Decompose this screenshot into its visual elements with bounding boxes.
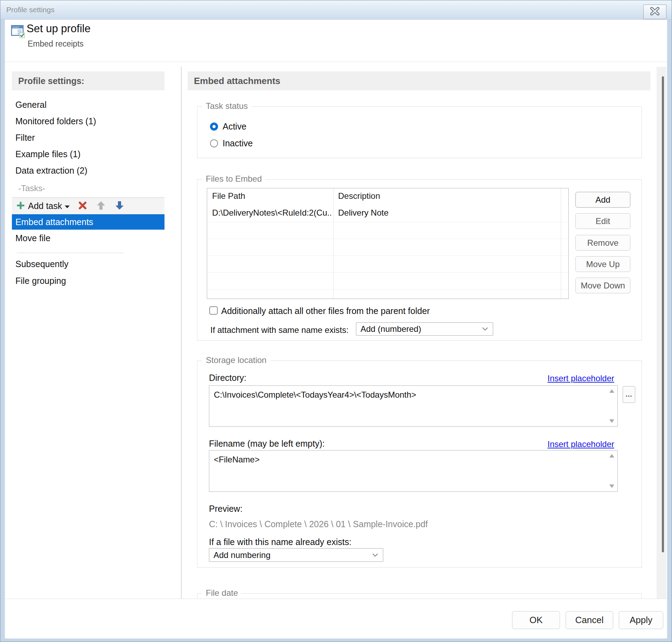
directory-label: Directory: <box>209 373 246 383</box>
column-header-description[interactable]: Description <box>338 191 380 201</box>
radio-selected-icon <box>210 123 218 131</box>
browse-directory-button[interactable]: ... <box>623 386 635 403</box>
delete-x-icon <box>78 201 87 211</box>
tasks-section-label: -Tasks- <box>12 181 164 196</box>
storage-location-legend: Storage location <box>202 355 270 365</box>
column-divider <box>333 188 334 299</box>
filename-input[interactable]: <FileName> <box>209 450 618 492</box>
ok-button[interactable]: OK <box>512 611 560 629</box>
files-to-embed-groupbox: Files to Embed File Path Description D:\… <box>197 179 642 341</box>
preview-label: Preview: <box>209 504 243 514</box>
column-header-file-path[interactable]: File Path <box>212 191 245 201</box>
sidebar-heading: Profile settings: <box>12 71 164 90</box>
scroll-up-icon[interactable] <box>609 389 614 393</box>
profile-settings-window: Profile settings Set up profile Embed re… <box>0 0 672 642</box>
task-item-move-file[interactable]: Move file <box>12 230 164 246</box>
delete-task-button[interactable] <box>78 201 87 211</box>
page-subtitle: Embed receipts <box>28 39 84 49</box>
edit-button[interactable]: Edit <box>575 213 630 229</box>
task-toolbar: Add task <box>12 198 164 214</box>
window-border-bottom <box>0 638 672 642</box>
radio-inactive[interactable]: Inactive <box>210 138 253 148</box>
task-list-divider <box>17 253 124 253</box>
add-task-label: Add task <box>28 201 62 211</box>
file-date-legend: File date <box>202 588 241 598</box>
window-border-left <box>0 20 5 642</box>
move-task-down-button[interactable] <box>115 201 124 212</box>
task-status-groupbox: Task status Active Inactive <box>197 106 642 158</box>
sidebar-item-general[interactable]: General <box>12 97 164 113</box>
insert-placeholder-link-filename[interactable]: Insert placeholder <box>547 439 614 449</box>
move-up-button[interactable]: Move Up <box>575 256 630 272</box>
scroll-up-icon[interactable] <box>609 454 614 458</box>
title-bar: Profile settings <box>0 0 672 20</box>
row-divider <box>207 256 568 256</box>
scrollbar-thumb[interactable] <box>662 76 664 552</box>
combo-chevron-icon <box>482 327 488 331</box>
filename-label: Filename (may be left empty): <box>209 439 325 449</box>
cancel-button[interactable]: Cancel <box>566 611 613 629</box>
window-border-right <box>667 20 672 642</box>
remove-button[interactable]: Remove <box>575 235 630 251</box>
page-title: Set up profile <box>27 22 91 35</box>
move-down-button[interactable]: Move Down <box>575 278 630 293</box>
move-task-up-button[interactable] <box>96 201 106 212</box>
file-exists-combobox[interactable]: Add numbering <box>209 548 383 562</box>
apply-button[interactable]: Apply <box>619 611 663 629</box>
preview-path: C: \ Invoices \ Complete \ 2026 \ 01 \ S… <box>209 519 428 529</box>
radio-active-label: Active <box>223 121 246 132</box>
close-button[interactable] <box>643 5 666 19</box>
column-divider <box>561 188 561 299</box>
storage-location-groupbox: Storage location Directory: Insert place… <box>197 361 642 568</box>
same-name-label: If attachment with same name exists: <box>210 325 349 335</box>
row-divider <box>207 272 568 273</box>
task-item-embed-attachments[interactable]: Embed attachments <box>12 214 164 230</box>
dropdown-caret-icon <box>65 205 70 208</box>
window-title: Profile settings <box>6 6 55 14</box>
content-bottom-divider <box>5 599 667 599</box>
file-exists-label: If a file with this name already exists: <box>209 537 351 547</box>
files-table[interactable]: File Path Description D:\DeliveryNotes\<… <box>207 188 569 299</box>
close-icon <box>650 7 660 17</box>
add-button[interactable]: Add <box>575 192 630 208</box>
row-divider <box>207 289 568 289</box>
sidebar-item-subsequently[interactable]: Subsequently <box>12 256 164 272</box>
insert-placeholder-link-directory[interactable]: Insert placeholder <box>547 374 614 383</box>
sidebar-main-divider <box>181 67 182 599</box>
scroll-down-icon[interactable] <box>609 419 614 423</box>
sidebar-item-example-files[interactable]: Example files (1) <box>12 146 164 162</box>
add-plus-icon <box>16 201 25 211</box>
move-up-icon <box>96 201 106 212</box>
sidebar-item-monitored-folders[interactable]: Monitored folders (1) <box>12 113 164 129</box>
row-divider <box>207 222 568 222</box>
directory-value: C:\Invoices\Complete\<TodaysYear4>\<Toda… <box>214 390 416 399</box>
radio-unselected-icon <box>210 139 218 147</box>
move-down-icon <box>115 201 124 212</box>
filename-value: <FileName> <box>214 455 260 464</box>
same-name-combobox[interactable]: Add (numbered) <box>356 322 493 336</box>
radio-active[interactable]: Active <box>210 121 246 132</box>
attach-parent-folder-label[interactable]: Additionally attach all other files from… <box>221 306 430 316</box>
panel-heading: Embed attachments <box>188 71 650 90</box>
combo-chevron-icon <box>372 553 378 557</box>
sidebar-item-file-grouping[interactable]: File grouping <box>12 273 164 288</box>
sidebar-item-filter[interactable]: Filter <box>12 130 164 146</box>
radio-inactive-label: Inactive <box>223 138 253 148</box>
sidebar-item-data-extraction[interactable]: Data extraction (2) <box>12 162 164 179</box>
add-task-button[interactable]: Add task <box>16 201 70 211</box>
attach-parent-folder-checkbox[interactable] <box>209 306 218 315</box>
task-status-legend: Task status <box>202 101 251 111</box>
file-date-groupbox: File date <box>197 593 642 599</box>
setup-profile-icon <box>10 24 25 39</box>
row-file-path: D:\DeliveryNotes\<RuleId:2(Cu... <box>212 208 331 218</box>
directory-input[interactable]: C:\Invoices\Complete\<TodaysYear4>\<Toda… <box>209 385 618 427</box>
row-description: Delivery Note <box>338 208 555 218</box>
file-exists-value: Add numbering <box>214 550 271 560</box>
files-to-embed-legend: Files to Embed <box>202 174 265 184</box>
same-name-value: Add (numbered) <box>360 324 421 334</box>
header-divider <box>5 62 667 62</box>
vertical-scrollbar[interactable] <box>657 67 666 599</box>
row-divider <box>207 239 568 239</box>
scroll-down-icon[interactable] <box>609 484 614 488</box>
